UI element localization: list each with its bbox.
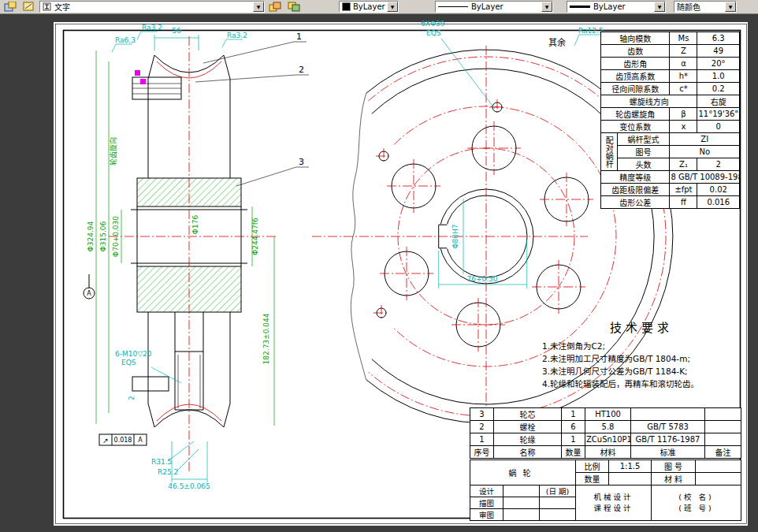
param-cell: ZI (670, 133, 740, 146)
parts-cell: 6 (562, 421, 585, 433)
parts-cell (705, 433, 741, 446)
course-line: 机械设计 (577, 492, 650, 503)
trace-date (540, 497, 576, 509)
grip-marker[interactable] (135, 70, 140, 76)
balloon-label: 2 (299, 65, 304, 75)
review-date (540, 509, 576, 521)
parts-header-cell: 材料 (585, 446, 631, 459)
param-cell: 0.02 (697, 184, 740, 196)
param-cell: 齿形角 (601, 58, 670, 70)
text-style-icon (43, 2, 52, 11)
param-cell: h* (670, 70, 697, 83)
text-style-combo[interactable]: 文字 ▼ (39, 1, 265, 13)
parts-cell: 2 (470, 421, 494, 433)
param-cell: 径向间隙系数 (601, 83, 670, 95)
text-style-manager-icon[interactable] (2, 0, 19, 13)
scale-label: 比例 (576, 460, 609, 473)
param-cell: c* (670, 83, 697, 95)
param-cell: 0.016 (697, 196, 740, 209)
lineweight-control-combo[interactable]: ByLayer ▼ (567, 1, 666, 13)
parts-header-cell: 名称 (494, 446, 562, 459)
spiral-note-label: 轮齿旋向 (109, 137, 117, 166)
param-cell: 变位系数 (601, 121, 670, 133)
roughness-label: Ra6.3 (115, 36, 136, 44)
linetype-value: ByLayer (471, 2, 503, 11)
grip-marker[interactable] (140, 79, 146, 84)
dim-label: 182.73±0.044 (262, 313, 270, 364)
roughness-label: Ra12.5 (578, 27, 604, 35)
lineweight-sample-icon (570, 6, 590, 8)
param-cell: 20° (697, 58, 740, 70)
plot-style-combo[interactable]: 随颜色 ▼ (674, 1, 737, 13)
block-icon[interactable] (266, 0, 284, 13)
scale-value: 1:1.5 (609, 460, 652, 473)
dim-label: Φ244.47f6 (251, 218, 259, 255)
chevron-down-icon[interactable]: ▼ (541, 2, 552, 12)
param-cell: 8 GB/T 10089-1988 (670, 171, 740, 184)
parts-cell: 轮芯 (494, 408, 562, 421)
param-cell: β (670, 108, 697, 121)
parts-header-cell: 备注 (705, 446, 741, 459)
parts-list-table: 3轮芯1HT100 2螺栓65.8GB/T 5783 1轮缘1ZCuSn10P1… (470, 407, 741, 459)
param-cell: 轴向模数 (601, 32, 670, 45)
parts-header-cell: 序号 (470, 446, 494, 459)
trace-label: 描图 (470, 497, 503, 509)
table-row: 1轮缘1ZCuSn10P1GB/T 1176-1987 (470, 433, 741, 446)
parts-cell (705, 408, 741, 421)
linetype-control-combo[interactable]: ByLayer ▼ (435, 1, 553, 13)
chevron-down-icon[interactable]: ▼ (725, 2, 736, 12)
parts-cell (705, 421, 741, 433)
param-cell: Ms (670, 32, 697, 45)
parts-cell: GB/T 5783 (631, 421, 705, 433)
linetype-sample-icon (438, 6, 468, 7)
param-cell: Z₁ (670, 158, 697, 171)
parts-cell: 螺栓 (494, 421, 562, 433)
design-signature (503, 485, 540, 497)
dim-label: Φ176 (191, 215, 199, 235)
dim-label: 56 (172, 27, 181, 35)
parts-cell: GB/T 1176-1987 (631, 433, 705, 446)
course-line: 课程设计 (577, 503, 650, 514)
param-cell: 图号 (617, 146, 670, 158)
tech-req-line: 4.轮缘和轮辐装配后，再精车和滚切轮齿。 (542, 378, 741, 390)
technical-requirements: 技术要求 1.未注倒角为C2; 2.未注明加工尺寸精度为GB/T 1804-m;… (542, 318, 741, 390)
date-label: (日 期) (540, 485, 576, 497)
runout-symbol-icon: ↗ (102, 437, 109, 445)
chevron-down-icon[interactable]: ▼ (387, 2, 398, 12)
object-properties-toolbar: 文字 ▼ ByLayer ▼ ByLayer ▼ ByLayer ▼ 随颜色 ▼ (0, 0, 758, 14)
tech-req-line: 3.未注明几何尺寸公差为GB/T 1184-K; (542, 365, 741, 378)
param-group-cell: 配对蜗杆 (601, 133, 618, 171)
parts-cell: 1 (562, 433, 585, 446)
review-signature (503, 509, 540, 521)
chevron-down-icon[interactable]: ▼ (253, 2, 264, 12)
param-cell: No (670, 146, 740, 158)
parts-header-cell: 数量 (562, 446, 585, 459)
dimension-style-icon[interactable] (20, 0, 38, 13)
eqs-label: EQS (121, 359, 136, 366)
param-cell: α (670, 58, 697, 70)
color-control-combo[interactable]: ByLayer ▼ (339, 1, 399, 13)
dim-label: Φ70+0.030 (112, 216, 120, 257)
dim-label: Φ315.06 (99, 221, 107, 251)
parts-cell: HT100 (585, 408, 631, 421)
insert-block-icon[interactable] (285, 0, 303, 13)
param-cell: 6.3 (697, 32, 740, 45)
table-row: 3轮芯1HT100 (470, 408, 741, 421)
param-cell: x (670, 121, 697, 133)
tech-req-line: 2.未注明加工尺寸精度为GB/T 1804-m; (542, 352, 741, 365)
plot-style-value: 随颜色 (677, 1, 700, 13)
eqs-label: EQS (426, 29, 441, 37)
trace-signature (503, 497, 540, 509)
figure-number-label: 图 号 (652, 460, 696, 473)
review-label: 审图 (470, 509, 503, 521)
param-cell: 螺旋线方向 (601, 95, 697, 108)
param-cell: 齿形公差 (601, 196, 670, 209)
chevron-down-icon[interactable]: ▼ (654, 2, 665, 12)
dim-label: 2 (128, 396, 136, 400)
parts-cell: 1 (562, 408, 585, 421)
param-cell: 0 (697, 121, 740, 133)
color-value: ByLayer (353, 2, 385, 11)
param-cell: 11°19'36" (697, 108, 740, 121)
table-row: 2螺栓65.8GB/T 5783 (470, 421, 741, 433)
lineweight-value: ByLayer (593, 2, 626, 11)
